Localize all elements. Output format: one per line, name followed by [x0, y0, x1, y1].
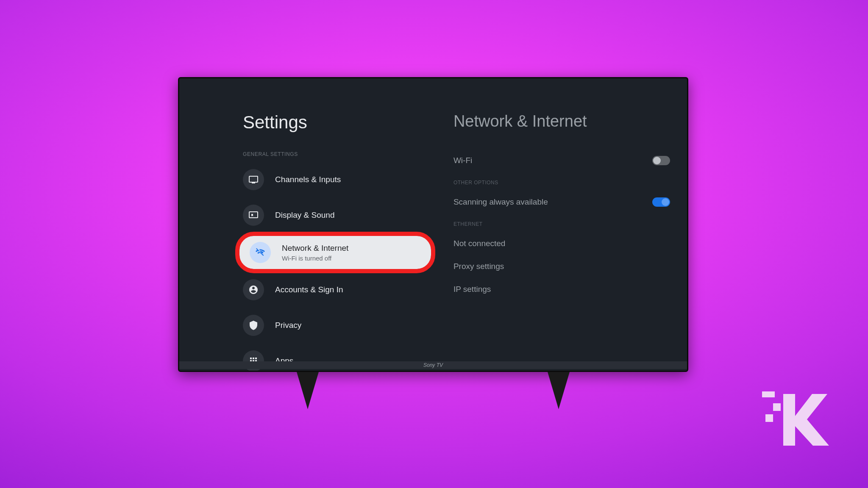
tv-screen: Settings GENERAL SETTINGS Channels & Inp… [178, 77, 688, 372]
svg-rect-1 [773, 403, 781, 411]
settings-item-label: Display & Sound [275, 211, 334, 220]
svg-rect-0 [762, 391, 775, 397]
shield-icon [243, 315, 264, 336]
wifi-toggle[interactable] [652, 156, 670, 165]
proxy-settings-row[interactable]: Proxy settings [453, 258, 670, 275]
tv-caption: Sony TV [179, 361, 687, 369]
settings-panel: Settings GENERAL SETTINGS Channels & Inp… [179, 78, 453, 371]
scanning-row[interactable]: Scanning always available [453, 193, 670, 211]
detail-title: Network & Internet [453, 112, 670, 130]
scanning-label: Scanning always available [453, 197, 548, 207]
settings-item-network[interactable]: Network & Internet Wi-Fi is turned off [239, 236, 431, 269]
settings-item-label: Channels & Inputs [275, 175, 341, 184]
ip-settings-row[interactable]: IP settings [453, 280, 670, 298]
settings-item-display[interactable]: Display & Sound [243, 200, 453, 230]
settings-item-label: Privacy [275, 321, 301, 330]
ethernet-status-row[interactable]: Not connected [453, 235, 670, 252]
account-icon [243, 279, 264, 300]
settings-item-subtitle: Wi-Fi is turned off [282, 255, 348, 262]
ethernet-header: ETHERNET [453, 221, 670, 227]
general-settings-header: GENERAL SETTINGS [243, 151, 453, 157]
settings-item-label: Accounts & Sign In [275, 285, 343, 294]
settings-item-label: Network & Internet [282, 244, 348, 253]
wifi-off-icon [250, 242, 271, 263]
proxy-label: Proxy settings [453, 262, 504, 271]
other-options-header: OTHER OPTIONS [453, 180, 670, 186]
wifi-row[interactable]: Wi-Fi [453, 152, 670, 169]
settings-list: Channels & Inputs Display & Sound Networ… [243, 165, 453, 372]
ip-label: IP settings [453, 285, 491, 294]
ethernet-status: Not connected [453, 239, 506, 248]
settings-item-channels[interactable]: Channels & Inputs [243, 165, 453, 194]
page-title: Settings [243, 112, 453, 133]
scanning-toggle[interactable] [652, 197, 670, 207]
settings-item-accounts[interactable]: Accounts & Sign In [243, 275, 453, 305]
settings-item-privacy[interactable]: Privacy [243, 311, 453, 340]
k-logo-icon [758, 386, 830, 450]
display-sound-icon [243, 205, 264, 226]
channels-icon [243, 169, 264, 190]
tv-stand [178, 372, 688, 414]
detail-panel: Network & Internet Wi-Fi OTHER OPTIONS S… [453, 78, 687, 371]
svg-rect-2 [765, 414, 773, 422]
wifi-label: Wi-Fi [453, 156, 472, 165]
tv-frame: Settings GENERAL SETTINGS Channels & Inp… [178, 77, 688, 372]
